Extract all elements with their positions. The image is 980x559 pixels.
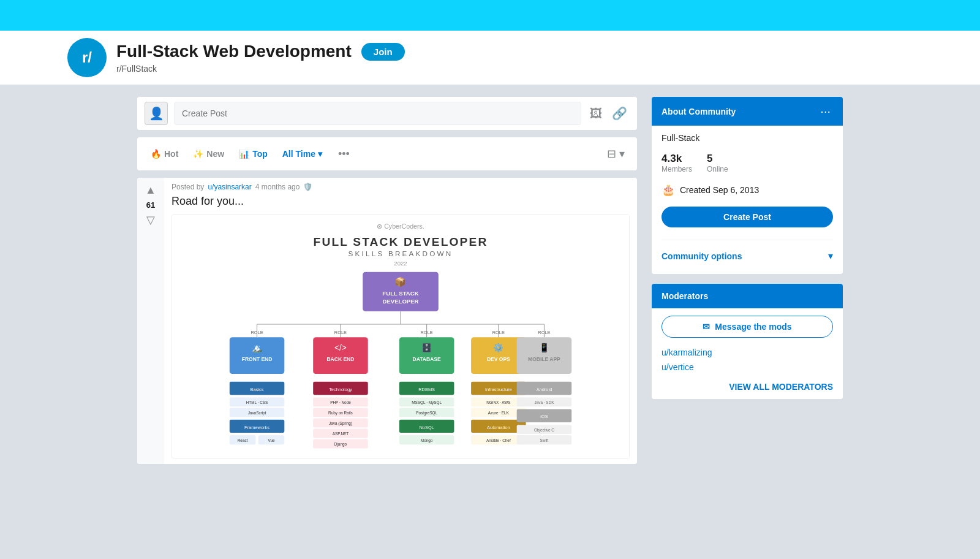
view-all-moderators-link[interactable]: VIEW ALL MODERATORS [662, 382, 833, 392]
main-container: 👤 🖼 🔗 🔥 Hot ✨ New 📊 [123, 85, 858, 476]
link-icon: 🔗 [612, 107, 627, 120]
hot-sort-button[interactable]: 🔥 Hot [145, 144, 184, 164]
moderators-card: Moderators ✉ Message the mods u/karmaliz… [652, 284, 843, 399]
svg-text:React: React [238, 438, 248, 443]
svg-text:JavaScript: JavaScript [248, 411, 266, 416]
svg-text:HTML · CSS: HTML · CSS [246, 400, 268, 405]
create-post-icons: 🖼 🔗 [587, 104, 630, 123]
about-stats: 4.3k Members 5 Online [662, 153, 833, 173]
svg-text:⊗ CyberCoders.: ⊗ CyberCoders. [377, 222, 424, 230]
svg-text:Basics: Basics [251, 387, 264, 392]
svg-text:SKILLS BREAKDOWN: SKILLS BREAKDOWN [349, 249, 453, 257]
svg-text:Automation: Automation [487, 425, 510, 430]
svg-text:Objective C: Objective C [534, 428, 554, 433]
all-time-button[interactable]: All Time ▾ [276, 145, 328, 162]
message-icon: ✉ [703, 322, 710, 332]
svg-text:🏔️: 🏔️ [252, 343, 263, 353]
svg-text:ROLE: ROLE [420, 330, 432, 335]
svg-text:BACK END: BACK END [326, 356, 354, 362]
post-body: Posted by u/yasinsarkar 4 months ago 🛡️ … [164, 178, 637, 464]
chevron-down-icon: ▾ [828, 250, 833, 262]
image-icon-button[interactable]: 🖼 [587, 104, 605, 123]
svg-text:Mongo: Mongo [421, 438, 433, 443]
about-community-body: Full-Stack 4.3k Members 5 Online 🎂 Creat… [652, 126, 843, 274]
svg-text:Technology: Technology [329, 387, 352, 392]
svg-text:DEVELOPER: DEVELOPER [382, 298, 418, 305]
svg-text:NGINX · AWS: NGINX · AWS [486, 400, 510, 405]
message-mods-button[interactable]: ✉ Message the mods [662, 316, 833, 338]
community-options-label: Community options [662, 251, 742, 261]
svg-text:Java · SDK: Java · SDK [535, 400, 555, 405]
svg-text:⚙️: ⚙️ [493, 343, 504, 353]
svg-text:FULL STACK DEVELOPER: FULL STACK DEVELOPER [314, 235, 488, 248]
header-banner [0, 0, 980, 31]
post-author-link[interactable]: u/yasinsarkar [208, 183, 251, 191]
create-post-input[interactable] [174, 102, 581, 125]
svg-text:📦: 📦 [395, 276, 407, 287]
cake-icon: 🎂 [662, 183, 675, 197]
downvote-button[interactable]: ▽ [145, 212, 156, 228]
about-community-title: About Community [662, 107, 736, 116]
svg-text:DEV OPS: DEV OPS [487, 356, 510, 362]
subreddit-title: Full-Stack Web Development [116, 42, 352, 61]
svg-text:Swift: Swift [540, 438, 549, 443]
mod-item-2[interactable]: u/vertice [662, 360, 833, 375]
svg-text:MSSQL · MySQL: MSSQL · MySQL [412, 400, 442, 405]
upvote-button[interactable]: ▲ [144, 183, 157, 198]
new-sort-button[interactable]: ✨ New [187, 144, 230, 164]
create-post-box: 👤 🖼 🔗 [137, 97, 637, 130]
more-icon: ••• [338, 148, 350, 160]
post-meta: Posted by u/yasinsarkar 4 months ago 🛡️ [172, 183, 630, 191]
sort-bar: 🔥 Hot ✨ New 📊 Top All Time ▾ ••• ⊟ ▾ [137, 137, 637, 170]
svg-text:📱: 📱 [539, 343, 550, 353]
sort-right: ⊟ ▾ [602, 143, 630, 164]
svg-text:2022: 2022 [394, 260, 407, 267]
header-title-row: Full-Stack Web Development Join [116, 42, 405, 61]
svg-text:🗄️: 🗄️ [421, 343, 432, 353]
svg-text:Android: Android [537, 387, 552, 392]
post-title: Road for you... [172, 195, 630, 208]
svg-text:Ansible · Chef: Ansible · Chef [486, 438, 511, 443]
mod-item-1[interactable]: u/karmalizing [662, 345, 833, 360]
left-content: 👤 🖼 🔗 🔥 Hot ✨ New 📊 [137, 97, 637, 464]
header-content: r/ Full-Stack Web Development Join r/Ful… [0, 31, 980, 85]
chart-icon: 📊 [239, 149, 249, 159]
link-icon-button[interactable]: 🔗 [609, 104, 630, 123]
svg-text:DATABASE: DATABASE [413, 356, 441, 362]
svg-text:ASP.NET: ASP.NET [333, 432, 349, 436]
create-post-avatar: 👤 [145, 102, 168, 125]
community-options-row[interactable]: Community options ▾ [662, 245, 833, 267]
join-button[interactable]: Join [361, 43, 405, 61]
members-count: 4.3k [662, 153, 692, 165]
sparkle-icon: ✨ [193, 149, 203, 159]
post-card: ▲ 61 ▽ Posted by u/yasinsarkar 4 months … [137, 178, 637, 464]
fire-icon: 🔥 [151, 149, 161, 159]
post-image-svg: ⊗ CyberCoders. FULL STACK DEVELOPER SKIL… [172, 215, 629, 459]
sort-more-button[interactable]: ••• [333, 144, 355, 164]
sidebar-create-post-button[interactable]: Create Post [662, 207, 833, 227]
about-description: Full-Stack [662, 133, 833, 143]
top-sort-button[interactable]: 📊 Top [233, 144, 274, 164]
svg-text:PHP · Node: PHP · Node [330, 400, 351, 405]
online-stat: 5 Online [707, 153, 728, 173]
svg-text:RDBMS: RDBMS [418, 387, 435, 392]
svg-text:ROLE: ROLE [492, 330, 505, 335]
view-toggle-button[interactable]: ⊟ ▾ [602, 143, 630, 164]
image-icon: 🖼 [590, 107, 602, 120]
right-sidebar: About Community ··· Full-Stack 4.3k Memb… [652, 97, 843, 464]
svg-text:Java (Spring): Java (Spring) [329, 421, 352, 426]
vote-count: 61 [146, 200, 155, 210]
more-options-icon: ··· [820, 104, 831, 118]
svg-text:ROLE: ROLE [538, 330, 550, 335]
vote-column: ▲ 61 ▽ [137, 178, 164, 464]
about-community-more-button[interactable]: ··· [818, 104, 833, 118]
layout-icon: ⊟ ▾ [607, 148, 625, 160]
svg-text:NoSQL: NoSQL [419, 425, 434, 430]
svg-text:iOS: iOS [540, 414, 548, 419]
moderators-body: ✉ Message the mods u/karmalizing u/verti… [652, 308, 843, 399]
online-label: Online [707, 165, 728, 173]
moderators-header: Moderators [652, 284, 843, 308]
svg-text:ROLE: ROLE [251, 330, 263, 335]
online-count: 5 [707, 153, 728, 165]
svg-text:MOBILE APP: MOBILE APP [528, 356, 560, 362]
